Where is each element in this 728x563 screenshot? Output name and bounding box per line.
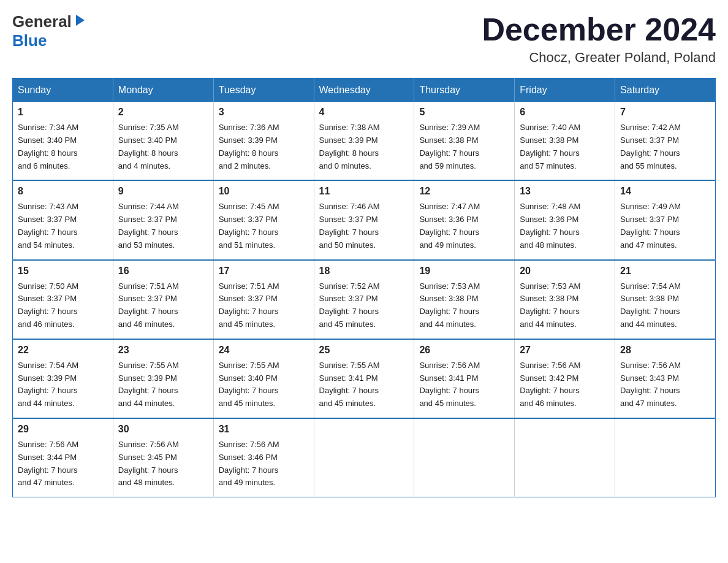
day-info: Sunrise: 7:46 AMSunset: 3:37 PMDaylight:… bbox=[319, 201, 409, 251]
calendar-cell: 9 Sunrise: 7:44 AMSunset: 3:37 PMDayligh… bbox=[113, 180, 213, 259]
day-number: 4 bbox=[319, 107, 409, 118]
calendar-cell: 10 Sunrise: 7:45 AMSunset: 3:37 PMDaylig… bbox=[213, 180, 314, 259]
day-info: Sunrise: 7:56 AMSunset: 3:45 PMDaylight:… bbox=[118, 439, 208, 489]
day-info: Sunrise: 7:47 AMSunset: 3:36 PMDaylight:… bbox=[419, 201, 509, 251]
calendar-cell: 2 Sunrise: 7:35 AMSunset: 3:40 PMDayligh… bbox=[113, 102, 213, 180]
day-info: Sunrise: 7:56 AMSunset: 3:42 PMDaylight:… bbox=[520, 359, 610, 410]
month-title: December 2024 bbox=[482, 12, 716, 47]
day-number: 8 bbox=[18, 186, 108, 197]
calendar-cell: 18 Sunrise: 7:52 AMSunset: 3:37 PMDaylig… bbox=[314, 260, 414, 339]
calendar-cell: 1 Sunrise: 7:34 AMSunset: 3:40 PMDayligh… bbox=[13, 102, 113, 180]
header-monday: Monday bbox=[113, 79, 213, 102]
calendar-cell: 28 Sunrise: 7:56 AMSunset: 3:43 PMDaylig… bbox=[615, 339, 716, 418]
calendar-cell bbox=[615, 418, 716, 497]
day-info: Sunrise: 7:49 AMSunset: 3:37 PMDaylight:… bbox=[620, 201, 710, 251]
calendar-cell: 22 Sunrise: 7:54 AMSunset: 3:39 PMDaylig… bbox=[13, 339, 113, 418]
calendar-cell: 13 Sunrise: 7:48 AMSunset: 3:36 PMDaylig… bbox=[515, 180, 615, 259]
calendar-cell: 27 Sunrise: 7:56 AMSunset: 3:42 PMDaylig… bbox=[515, 339, 615, 418]
calendar-cell: 7 Sunrise: 7:42 AMSunset: 3:37 PMDayligh… bbox=[615, 102, 716, 180]
page-header: General Blue December 2024 Chocz, Greate… bbox=[12, 12, 716, 66]
calendar-cell bbox=[414, 418, 515, 497]
calendar-cell: 16 Sunrise: 7:51 AMSunset: 3:37 PMDaylig… bbox=[113, 260, 213, 339]
calendar-cell: 31 Sunrise: 7:56 AMSunset: 3:46 PMDaylig… bbox=[213, 418, 314, 497]
day-info: Sunrise: 7:53 AMSunset: 3:38 PMDaylight:… bbox=[419, 280, 509, 331]
day-info: Sunrise: 7:54 AMSunset: 3:38 PMDaylight:… bbox=[620, 280, 710, 331]
day-info: Sunrise: 7:54 AMSunset: 3:39 PMDaylight:… bbox=[18, 359, 108, 410]
day-info: Sunrise: 7:55 AMSunset: 3:40 PMDaylight:… bbox=[219, 359, 309, 410]
header-friday: Friday bbox=[515, 79, 615, 102]
calendar-cell: 20 Sunrise: 7:53 AMSunset: 3:38 PMDaylig… bbox=[515, 260, 615, 339]
calendar-cell: 14 Sunrise: 7:49 AMSunset: 3:37 PMDaylig… bbox=[615, 180, 716, 259]
calendar-cell: 5 Sunrise: 7:39 AMSunset: 3:38 PMDayligh… bbox=[414, 102, 515, 180]
calendar-cell: 12 Sunrise: 7:47 AMSunset: 3:36 PMDaylig… bbox=[414, 180, 515, 259]
day-number: 31 bbox=[219, 424, 309, 435]
day-info: Sunrise: 7:34 AMSunset: 3:40 PMDaylight:… bbox=[18, 121, 108, 172]
header-wednesday: Wednesday bbox=[314, 79, 414, 102]
day-info: Sunrise: 7:45 AMSunset: 3:37 PMDaylight:… bbox=[219, 201, 309, 251]
calendar-cell: 26 Sunrise: 7:56 AMSunset: 3:41 PMDaylig… bbox=[414, 339, 515, 418]
calendar-cell: 23 Sunrise: 7:55 AMSunset: 3:39 PMDaylig… bbox=[113, 339, 213, 418]
calendar-week-1: 1 Sunrise: 7:34 AMSunset: 3:40 PMDayligh… bbox=[13, 102, 716, 180]
day-info: Sunrise: 7:50 AMSunset: 3:37 PMDaylight:… bbox=[18, 280, 108, 331]
calendar-cell: 4 Sunrise: 7:38 AMSunset: 3:39 PMDayligh… bbox=[314, 102, 414, 180]
calendar-cell bbox=[314, 418, 414, 497]
calendar-cell: 8 Sunrise: 7:43 AMSunset: 3:37 PMDayligh… bbox=[13, 180, 113, 259]
title-section: December 2024 Chocz, Greater Poland, Pol… bbox=[482, 12, 716, 66]
calendar-week-4: 22 Sunrise: 7:54 AMSunset: 3:39 PMDaylig… bbox=[13, 339, 716, 418]
day-info: Sunrise: 7:36 AMSunset: 3:39 PMDaylight:… bbox=[219, 121, 309, 172]
day-number: 12 bbox=[419, 186, 509, 197]
calendar-cell: 21 Sunrise: 7:54 AMSunset: 3:38 PMDaylig… bbox=[615, 260, 716, 339]
day-info: Sunrise: 7:35 AMSunset: 3:40 PMDaylight:… bbox=[118, 121, 208, 172]
logo: General Blue bbox=[12, 12, 87, 50]
header-saturday: Saturday bbox=[615, 79, 716, 102]
day-number: 23 bbox=[118, 345, 208, 356]
day-number: 9 bbox=[118, 186, 208, 197]
day-info: Sunrise: 7:56 AMSunset: 3:44 PMDaylight:… bbox=[18, 439, 108, 489]
day-number: 16 bbox=[118, 266, 208, 277]
header-tuesday: Tuesday bbox=[213, 79, 314, 102]
day-number: 3 bbox=[219, 107, 309, 118]
day-number: 24 bbox=[219, 345, 309, 356]
calendar-cell: 6 Sunrise: 7:40 AMSunset: 3:38 PMDayligh… bbox=[515, 102, 615, 180]
day-number: 22 bbox=[18, 345, 108, 356]
calendar-cell: 17 Sunrise: 7:51 AMSunset: 3:37 PMDaylig… bbox=[213, 260, 314, 339]
day-number: 5 bbox=[419, 107, 509, 118]
logo-general-text: General bbox=[12, 12, 72, 31]
day-number: 14 bbox=[620, 186, 710, 197]
calendar-cell: 19 Sunrise: 7:53 AMSunset: 3:38 PMDaylig… bbox=[414, 260, 515, 339]
calendar-table: Sunday Monday Tuesday Wednesday Thursday… bbox=[12, 78, 716, 497]
day-number: 17 bbox=[219, 266, 309, 277]
day-info: Sunrise: 7:42 AMSunset: 3:37 PMDaylight:… bbox=[620, 121, 710, 172]
day-info: Sunrise: 7:53 AMSunset: 3:38 PMDaylight:… bbox=[520, 280, 610, 331]
calendar-week-5: 29 Sunrise: 7:56 AMSunset: 3:44 PMDaylig… bbox=[13, 418, 716, 497]
calendar-week-3: 15 Sunrise: 7:50 AMSunset: 3:37 PMDaylig… bbox=[13, 260, 716, 339]
calendar-week-2: 8 Sunrise: 7:43 AMSunset: 3:37 PMDayligh… bbox=[13, 180, 716, 259]
day-number: 10 bbox=[219, 186, 309, 197]
day-number: 26 bbox=[419, 345, 509, 356]
day-info: Sunrise: 7:55 AMSunset: 3:39 PMDaylight:… bbox=[118, 359, 208, 410]
calendar-header-row: Sunday Monday Tuesday Wednesday Thursday… bbox=[13, 79, 716, 102]
day-info: Sunrise: 7:56 AMSunset: 3:43 PMDaylight:… bbox=[620, 359, 710, 410]
day-number: 11 bbox=[319, 186, 409, 197]
day-info: Sunrise: 7:51 AMSunset: 3:37 PMDaylight:… bbox=[118, 280, 208, 331]
day-number: 2 bbox=[118, 107, 208, 118]
calendar-cell bbox=[515, 418, 615, 497]
day-number: 30 bbox=[118, 424, 208, 435]
day-info: Sunrise: 7:44 AMSunset: 3:37 PMDaylight:… bbox=[118, 201, 208, 251]
day-number: 6 bbox=[520, 107, 610, 118]
day-info: Sunrise: 7:38 AMSunset: 3:39 PMDaylight:… bbox=[319, 121, 409, 172]
day-info: Sunrise: 7:51 AMSunset: 3:37 PMDaylight:… bbox=[219, 280, 309, 331]
day-number: 7 bbox=[620, 107, 710, 118]
day-info: Sunrise: 7:52 AMSunset: 3:37 PMDaylight:… bbox=[319, 280, 409, 331]
day-number: 20 bbox=[520, 266, 610, 277]
location-title: Chocz, Greater Poland, Poland bbox=[482, 50, 716, 66]
day-number: 19 bbox=[419, 266, 509, 277]
day-number: 1 bbox=[18, 107, 108, 118]
calendar-cell: 30 Sunrise: 7:56 AMSunset: 3:45 PMDaylig… bbox=[113, 418, 213, 497]
day-number: 15 bbox=[18, 266, 108, 277]
day-number: 25 bbox=[319, 345, 409, 356]
day-number: 28 bbox=[620, 345, 710, 356]
day-info: Sunrise: 7:55 AMSunset: 3:41 PMDaylight:… bbox=[319, 359, 409, 410]
calendar-cell: 24 Sunrise: 7:55 AMSunset: 3:40 PMDaylig… bbox=[213, 339, 314, 418]
day-number: 29 bbox=[18, 424, 108, 435]
